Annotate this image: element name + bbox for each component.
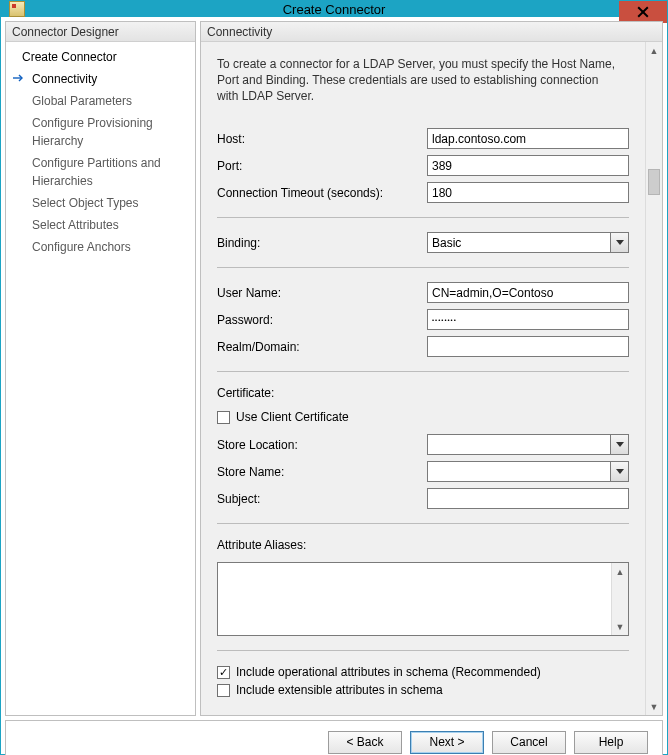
right-pane-header: Connectivity <box>201 22 662 42</box>
use-client-cert-checkbox[interactable] <box>217 411 230 424</box>
nav-connectivity[interactable]: Connectivity <box>6 68 195 90</box>
next-button[interactable]: Next > <box>410 731 484 754</box>
separator <box>217 267 629 268</box>
body: Connector Designer Create Connector Conn… <box>1 17 667 755</box>
left-pane-header: Connector Designer <box>6 22 195 42</box>
certificate-label: Certificate: <box>217 386 629 400</box>
nav-configure-partitions[interactable]: Configure Partitions and Hierarchies <box>6 152 195 192</box>
scroll-down-icon[interactable]: ▼ <box>612 618 628 635</box>
binding-dropdown[interactable]: Basic <box>427 232 629 253</box>
store-name-combo[interactable] <box>427 461 629 482</box>
vertical-scrollbar[interactable]: ▲ ▼ <box>645 42 662 715</box>
nav-configure-provisioning[interactable]: Configure Provisioning Hierarchy <box>6 112 195 152</box>
scroll-track[interactable] <box>646 59 662 698</box>
timeout-label: Connection Timeout (seconds): <box>217 186 427 200</box>
nav-select-object-types[interactable]: Select Object Types <box>6 192 195 214</box>
close-button[interactable] <box>619 1 667 23</box>
port-label: Port: <box>217 159 427 173</box>
password-label: Password: <box>217 313 427 327</box>
chevron-down-icon <box>610 462 628 481</box>
textarea-scrollbar[interactable]: ▲ ▼ <box>611 563 628 635</box>
nav-connectivity-label: Connectivity <box>32 72 97 86</box>
scroll-up-icon[interactable]: ▲ <box>646 42 662 59</box>
help-button[interactable]: Help <box>574 731 648 754</box>
use-client-cert-label: Use Client Certificate <box>236 410 349 424</box>
aliases-textarea[interactable]: ▲ ▼ <box>217 562 629 636</box>
left-pane: Connector Designer Create Connector Conn… <box>5 21 196 716</box>
back-button[interactable]: < Back <box>328 731 402 754</box>
include-operational-checkbox[interactable] <box>217 666 230 679</box>
binding-label: Binding: <box>217 236 427 250</box>
right-pane: Connectivity To create a connector for a… <box>200 21 663 716</box>
scroll-up-icon[interactable]: ▲ <box>612 563 628 580</box>
intro-text: To create a connector for a LDAP Server,… <box>217 56 629 104</box>
content-scroll: To create a connector for a LDAP Server,… <box>201 42 662 715</box>
timeout-input[interactable] <box>427 182 629 203</box>
subject-label: Subject: <box>217 492 427 506</box>
separator <box>217 650 629 651</box>
password-input[interactable] <box>427 309 629 330</box>
app-icon <box>9 1 25 17</box>
close-icon <box>637 6 649 18</box>
store-name-label: Store Name: <box>217 465 427 479</box>
arrow-right-icon <box>12 72 24 84</box>
svg-marker-5 <box>616 469 624 474</box>
panes: Connector Designer Create Connector Conn… <box>5 21 663 716</box>
realm-label: Realm/Domain: <box>217 340 427 354</box>
host-input[interactable] <box>427 128 629 149</box>
nav-select-attributes[interactable]: Select Attributes <box>6 214 195 236</box>
nav-create-connector[interactable]: Create Connector <box>6 46 195 68</box>
store-location-dropdown[interactable] <box>427 434 629 455</box>
content: To create a connector for a LDAP Server,… <box>201 42 645 715</box>
window-title: Create Connector <box>1 2 667 17</box>
port-input[interactable] <box>427 155 629 176</box>
store-location-label: Store Location: <box>217 438 427 452</box>
svg-marker-4 <box>616 442 624 447</box>
scroll-thumb[interactable] <box>648 169 660 195</box>
include-extensible-label: Include extensible attributes in schema <box>236 683 443 697</box>
svg-marker-3 <box>616 240 624 245</box>
chevron-down-icon <box>610 233 628 252</box>
host-label: Host: <box>217 132 427 146</box>
nav-configure-anchors[interactable]: Configure Anchors <box>6 236 195 258</box>
subject-input[interactable] <box>427 488 629 509</box>
cancel-button[interactable]: Cancel <box>492 731 566 754</box>
include-extensible-checkbox[interactable] <box>217 684 230 697</box>
separator <box>217 217 629 218</box>
titlebar: Create Connector <box>1 1 667 17</box>
footer: < Back Next > Cancel Help <box>5 720 663 755</box>
separator <box>217 371 629 372</box>
aliases-label: Attribute Aliases: <box>217 538 629 552</box>
scroll-down-icon[interactable]: ▼ <box>646 698 662 715</box>
nav-tree: Create Connector Connectivity Global Par… <box>6 42 195 262</box>
realm-input[interactable] <box>427 336 629 357</box>
separator <box>217 523 629 524</box>
nav-global-parameters[interactable]: Global Parameters <box>6 90 195 112</box>
binding-value: Basic <box>432 236 461 250</box>
include-operational-label: Include operational attributes in schema… <box>236 665 541 679</box>
user-input[interactable] <box>427 282 629 303</box>
user-label: User Name: <box>217 286 427 300</box>
chevron-down-icon <box>610 435 628 454</box>
window: Create Connector Connector Designer Crea… <box>0 0 668 755</box>
